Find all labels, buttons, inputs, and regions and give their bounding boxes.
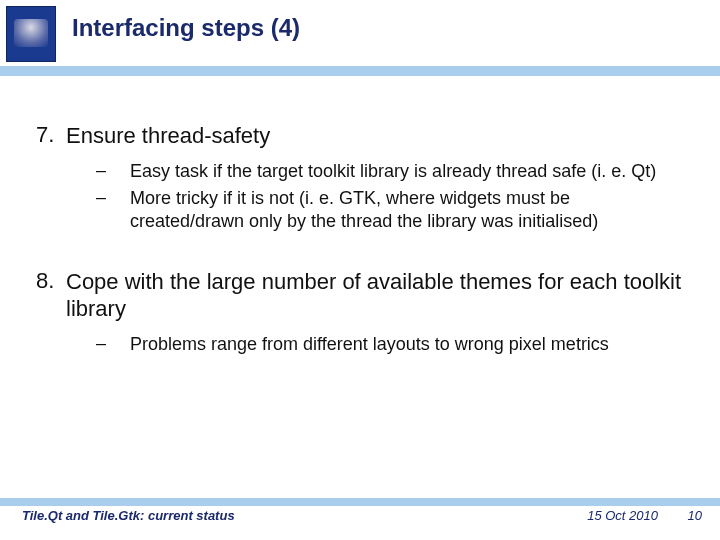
footer-title: Tile.Qt and Tile.Gtk: current status — [22, 508, 235, 523]
list-item: 8. Cope with the large number of availab… — [36, 268, 684, 323]
slide-header: Interfacing steps (4) — [0, 0, 720, 68]
sub-item: – Easy task if the target toolkit librar… — [92, 160, 684, 183]
sub-text: More tricky if it is not (i. e. GTK, whe… — [130, 187, 684, 234]
footer-date: 15 Oct 2010 — [587, 508, 658, 523]
logo — [6, 6, 56, 62]
sub-text: Easy task if the target toolkit library … — [130, 160, 656, 183]
bullet-dash-icon: – — [92, 160, 130, 181]
title-divider — [0, 66, 720, 76]
slide: Interfacing steps (4) 7. Ensure thread-s… — [0, 0, 720, 540]
sub-list: – Easy task if the target toolkit librar… — [92, 160, 684, 234]
list-number: 7. — [36, 122, 66, 148]
slide-content: 7. Ensure thread-safety – Easy task if t… — [0, 68, 720, 356]
footer-page-number: 10 — [688, 508, 702, 523]
bullet-dash-icon: – — [92, 187, 130, 208]
list-number: 8. — [36, 268, 66, 294]
bullet-dash-icon: – — [92, 333, 130, 354]
slide-footer: Tile.Qt and Tile.Gtk: current status 15 … — [0, 502, 720, 526]
list-item: 7. Ensure thread-safety — [36, 122, 684, 150]
sub-text: Problems range from different layouts to… — [130, 333, 609, 356]
sub-item: – Problems range from different layouts … — [92, 333, 684, 356]
sub-item: – More tricky if it is not (i. e. GTK, w… — [92, 187, 684, 234]
list-text: Cope with the large number of available … — [66, 268, 684, 323]
list-text: Ensure thread-safety — [66, 122, 270, 150]
sub-list: – Problems range from different layouts … — [92, 333, 684, 356]
slide-title: Interfacing steps (4) — [72, 14, 300, 42]
logo-figure-icon — [14, 19, 48, 47]
footer-divider — [0, 498, 720, 506]
